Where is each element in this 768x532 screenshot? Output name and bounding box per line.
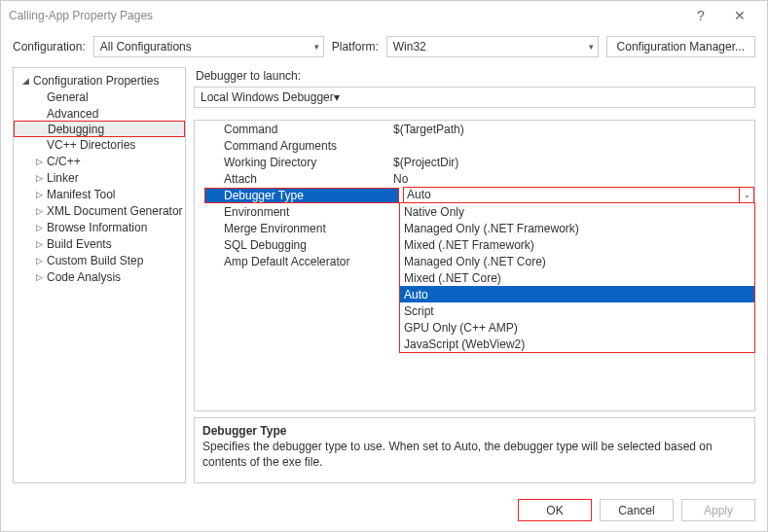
debugger-launch-label: Debugger to launch: (194, 67, 755, 87)
property-row[interactable]: Command Arguments (195, 137, 754, 154)
dropdown-option[interactable]: GPU Only (C++ AMP) (400, 319, 754, 336)
tree-item-label: XML Document Generator (45, 204, 183, 218)
debugger-launch-value: Local Windows Debugger (201, 90, 334, 104)
chevron-down-icon: ▾ (334, 90, 340, 104)
dropdown-option[interactable]: JavaScript (WebView2) (400, 336, 754, 352)
tree-item[interactable]: ▷Custom Build Step (14, 252, 185, 268)
property-row[interactable]: AttachNo (195, 170, 754, 187)
property-name: Amp Default Accelerator (195, 255, 389, 268)
property-pages-window: Calling-App Property Pages ? ✕ Configura… (0, 0, 768, 532)
debugger-launch-combo[interactable]: Local Windows Debugger ▾ (194, 87, 755, 108)
property-value[interactable]: $(ProjectDir) (389, 156, 754, 169)
apply-button[interactable]: Apply (681, 499, 755, 521)
ok-button[interactable]: OK (518, 499, 592, 521)
config-row: Configuration: All Configurations ▾ Plat… (1, 30, 767, 67)
chevron-right-icon: ▷ (33, 239, 45, 249)
tree-root[interactable]: ◢ Configuration Properties (14, 72, 185, 89)
property-name: Debugger Type (204, 188, 399, 203)
tree-item[interactable]: ▷Linker (14, 169, 185, 186)
tree-item-label: General (45, 90, 89, 104)
property-row[interactable]: Command$(TargetPath) (195, 121, 754, 137)
chevron-down-icon: ▾ (589, 42, 594, 52)
chevron-right-icon: ▷ (33, 190, 45, 199)
tree-item-label: Debugging (46, 123, 104, 136)
tree-item[interactable]: ▷Manifest Tool (14, 186, 185, 202)
content-pane: Debugger to launch: Local Windows Debugg… (194, 67, 755, 483)
chevron-right-icon: ▷ (33, 272, 45, 282)
tree-item-label: Advanced (45, 107, 98, 121)
chevron-down-icon: ▾ (314, 42, 319, 52)
platform-combo[interactable]: Win32 ▾ (386, 36, 599, 57)
window-title: Calling-App Property Pages (9, 9, 681, 22)
dropdown-option[interactable]: Managed Only (.NET Core) (400, 253, 754, 269)
description-text: Specifies the debugger type to use. When… (202, 440, 747, 470)
property-value-cell[interactable]: Auto⌄ (403, 187, 754, 203)
property-row[interactable]: Working Directory$(ProjectDir) (195, 154, 754, 170)
configuration-manager-button[interactable]: Configuration Manager... (606, 36, 755, 57)
titlebar: Calling-App Property Pages ? ✕ (1, 1, 767, 30)
chevron-right-icon: ▷ (33, 206, 45, 216)
property-row[interactable]: Debugger TypeAuto⌄ (195, 187, 754, 203)
property-value[interactable]: Auto⌄ (399, 188, 754, 203)
property-value[interactable]: $(TargetPath) (389, 123, 754, 136)
cancel-button[interactable]: Cancel (600, 499, 674, 521)
dropdown-option[interactable]: Mixed (.NET Framework) (400, 236, 754, 253)
tree-item[interactable]: Debugging (14, 121, 185, 137)
close-icon[interactable]: ✕ (720, 8, 759, 23)
chevron-right-icon: ▷ (33, 223, 45, 232)
property-value[interactable]: No (389, 172, 754, 186)
tree-item-label: Code Analysis (45, 270, 121, 284)
tree-item-label: Browse Information (45, 221, 147, 234)
property-name: Command (195, 123, 389, 136)
dropdown-option[interactable]: Native Only (400, 203, 754, 220)
dropdown-option[interactable]: Auto (400, 286, 754, 302)
tree-item[interactable]: ▷XML Document Generator (14, 202, 185, 219)
configuration-label: Configuration: (13, 40, 86, 53)
nav-tree[interactable]: ◢ Configuration Properties GeneralAdvanc… (13, 67, 186, 483)
property-name: Attach (195, 172, 389, 186)
help-icon[interactable]: ? (681, 8, 720, 23)
property-name: Command Arguments (195, 139, 389, 153)
dropdown-button[interactable]: ⌄ (739, 187, 754, 203)
tree-item[interactable]: ▷Build Events (14, 235, 185, 252)
description-panel: Debugger Type Specifies the debugger typ… (194, 417, 755, 483)
chevron-right-icon: ▷ (33, 173, 45, 183)
property-name: SQL Debugging (195, 238, 389, 252)
dropdown-option[interactable]: Mixed (.NET Core) (400, 269, 754, 286)
configuration-combo[interactable]: All Configurations ▾ (93, 36, 324, 57)
property-name: Environment (195, 205, 389, 219)
tree-item[interactable]: Advanced (14, 105, 185, 122)
configuration-value: All Configurations (100, 40, 192, 53)
tree-item-label: Custom Build Step (45, 254, 143, 267)
dialog-buttons: OK Cancel Apply (1, 491, 767, 531)
tree-item[interactable]: General (14, 89, 185, 105)
chevron-down-icon: ◢ (19, 76, 31, 86)
dropdown-option[interactable]: Managed Only (.NET Framework) (400, 220, 754, 236)
dropdown-option[interactable]: Script (400, 302, 754, 319)
tree-item[interactable]: ▷C/C++ (14, 153, 185, 169)
tree-item[interactable]: VC++ Directories (14, 136, 185, 153)
property-grid: Command$(TargetPath)Command ArgumentsWor… (194, 120, 755, 411)
platform-label: Platform: (332, 40, 379, 53)
tree-item-label: Build Events (45, 237, 112, 251)
debugger-type-dropdown[interactable]: Native OnlyManaged Only (.NET Framework)… (399, 202, 755, 353)
tree-item-label: C/C++ (45, 155, 81, 168)
platform-value: Win32 (393, 40, 426, 53)
tree-item-label: Manifest Tool (45, 188, 115, 201)
tree-item-label: Linker (45, 171, 79, 185)
tree-item-label: VC++ Directories (45, 138, 135, 152)
chevron-right-icon: ▷ (33, 256, 45, 266)
property-name: Working Directory (195, 156, 389, 169)
tree-item[interactable]: ▷Browse Information (14, 219, 185, 235)
description-title: Debugger Type (202, 424, 747, 438)
chevron-right-icon: ▷ (33, 157, 45, 166)
property-name: Merge Environment (195, 222, 389, 235)
tree-item[interactable]: ▷Code Analysis (14, 268, 185, 285)
